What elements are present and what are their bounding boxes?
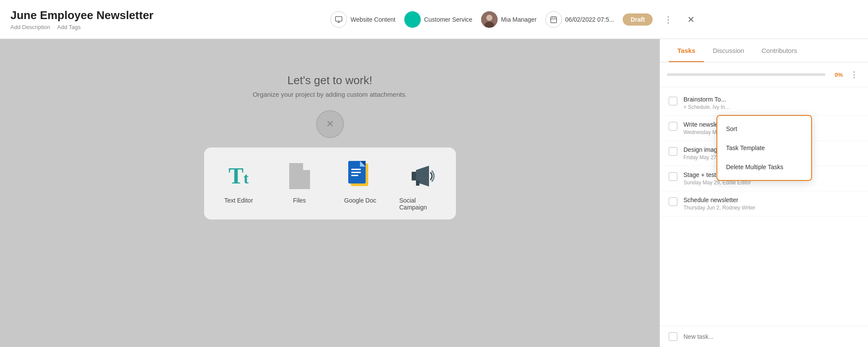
draft-badge[interactable]: Draft [623,13,653,26]
customer-service-item[interactable]: Customer Service [404,11,472,28]
date-label: 06/02/2022 07:5... [565,16,614,23]
tab-contributors[interactable]: Contributors [753,39,806,62]
panel-menu-button[interactable]: ⋮ [847,68,861,82]
header-meta: Website Content Customer Service Mia Man… [171,11,858,28]
tab-discussion[interactable]: Discussion [704,39,753,62]
pointer-triangle [322,138,338,147]
svg-point-4 [486,15,492,21]
content-area: Let's get to work! Organize your project… [0,39,660,347]
task-meta-1: + Schedule, Ivy In... [683,104,859,110]
context-menu-sort[interactable]: Sort [717,119,811,138]
svg-marker-11 [303,163,310,170]
task-checkbox-2[interactable] [669,122,677,131]
svg-rect-6 [551,17,557,23]
add-description-link[interactable]: Add Description [10,24,50,30]
monitor-icon [330,11,347,28]
dismiss-button[interactable]: ✕ [316,110,344,138]
files-icon [284,160,315,192]
social-campaign-label: Social Campaign [399,197,443,211]
main: Let's get to work! Organize your project… [0,39,868,347]
teal-indicator [404,11,421,28]
svg-rect-0 [336,16,342,21]
header-subtitle: Add Description Add Tags [10,24,153,30]
new-task-row [660,326,868,347]
svg-rect-18 [351,175,358,176]
website-content-label: Website Content [350,16,395,23]
table-row: Brainstorm To... + Schedule, Ivy In... [660,91,868,116]
progress-row: 0% ⋮ [660,62,868,87]
panel-tabs: Tasks Discussion Contributors [660,39,868,62]
customer-service-label: Customer Service [424,16,472,23]
attach-text-editor[interactable]: Tt Text Editor [217,160,261,211]
google-doc-label: Google Doc [344,197,376,204]
header: June Employee Newsletter Add Description… [0,0,868,39]
header-left: June Employee Newsletter Add Description… [10,9,153,30]
add-tags-link[interactable]: Add Tags [57,24,81,30]
context-menu-delete-multiple[interactable]: Delete Multiple Tasks [717,157,811,177]
close-button[interactable]: ✕ [684,13,698,26]
date-item[interactable]: 06/02/2022 07:5... [545,11,614,28]
files-label: Files [293,197,306,204]
new-task-checkbox[interactable] [669,332,677,341]
context-menu-task-template[interactable]: Task Template [717,138,811,157]
progress-percentage: 0% [830,72,843,78]
task-checkbox-5[interactable] [669,197,677,206]
manager-name-label: Mia Manager [501,16,537,23]
text-editor-label: Text Editor [224,197,253,204]
task-checkbox-1[interactable] [669,97,677,105]
social-campaign-icon [406,160,437,192]
table-row: Schedule newsletter Thursday Jun 2, Rodn… [660,191,868,216]
svg-rect-16 [351,169,361,170]
task-checkbox-3[interactable] [669,147,677,156]
right-panel: Tasks Discussion Contributors 0% ⋮ Brain… [660,39,868,347]
attach-files[interactable]: Files [278,160,321,211]
more-options-button[interactable]: ⋮ [661,13,675,26]
empty-state: Let's get to work! Organize your project… [253,74,407,98]
new-task-input[interactable] [683,333,859,340]
task-meta-5: Thursday Jun 2, Rodney Writer [683,205,859,211]
task-name-1: Brainstorm To... [683,96,859,103]
svg-rect-17 [351,172,361,173]
tab-tasks[interactable]: Tasks [669,39,704,62]
manager-item[interactable]: Mia Manager [481,11,537,28]
avatar [481,11,498,28]
calendar-icon [545,11,562,28]
attachment-picker: Tt Text Editor Files [204,147,456,219]
progress-bar-background [667,73,825,76]
google-doc-icon [345,160,376,192]
attach-google-doc[interactable]: Google Doc [339,160,382,211]
empty-state-heading: Let's get to work! [253,74,407,87]
website-content-item[interactable]: Website Content [330,11,395,28]
text-editor-icon: Tt [223,160,254,192]
empty-state-subtext: Organize your project by adding custom a… [253,91,407,98]
task-name-5: Schedule newsletter [683,196,859,203]
page-title: June Employee Newsletter [10,9,153,22]
attach-social-campaign[interactable]: Social Campaign [399,160,443,211]
task-checkbox-4[interactable] [669,172,677,181]
context-menu: Sort Task Template Delete Multiple Tasks [716,115,812,181]
